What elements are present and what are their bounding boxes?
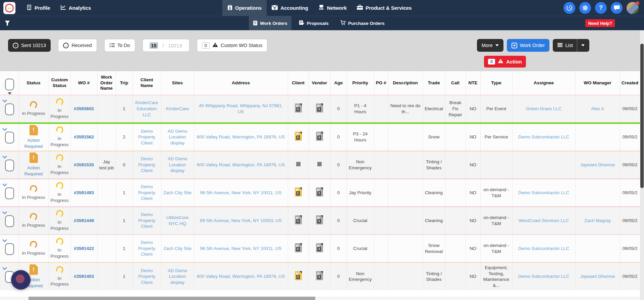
row-checkbox[interactable]: [5, 243, 14, 255]
company-logo[interactable]: LLC: [3, 2, 15, 14]
column-header-created[interactable]: Created: [620, 71, 640, 95]
column-header-address[interactable]: Address: [194, 71, 288, 95]
column-header-wo-manager[interactable]: WO Manager: [575, 71, 620, 95]
history-icon[interactable]: [564, 2, 575, 14]
row-checkbox[interactable]: [5, 103, 14, 115]
assignee-link[interactable]: Demo Subcontractor LLC: [518, 190, 569, 195]
column-header-trade[interactable]: Trade: [423, 71, 445, 95]
wo-number-link[interactable]: #3593602: [74, 106, 94, 111]
chevron-down-icon[interactable]: [581, 44, 585, 46]
assignee-link[interactable]: Demo Subcontractor LLC: [518, 134, 569, 139]
column-header-trip[interactable]: Trip: [116, 71, 132, 95]
nav-item-operations[interactable]: Operations: [222, 0, 267, 16]
address-link[interactable]: 96 5th Avenue, New York, NY 10011, US: [200, 190, 281, 195]
client-name-link[interactable]: Demo Property Client: [138, 156, 155, 173]
wo-manager-link[interactable]: Jaywant Dhomse: [580, 162, 615, 167]
expand-chevron-icon[interactable]: [2, 183, 7, 186]
filter-funnel-icon[interactable]: [5, 20, 10, 26]
address-link[interactable]: 600 Valley Road, Warrington, PA 18976, U…: [197, 134, 285, 139]
assignee-link[interactable]: Green Grass LLC: [526, 106, 561, 111]
gear-icon[interactable]: [579, 2, 591, 14]
wo-number-link[interactable]: #3591422: [74, 246, 94, 251]
client-name-link[interactable]: Demo Property Client: [138, 184, 155, 201]
assignee-link[interactable]: Demo Subcontractor LLC: [518, 274, 569, 279]
assignee-link[interactable]: WestCoast Services LLC: [519, 218, 569, 223]
column-header-description[interactable]: Description: [388, 71, 423, 95]
column-header-nte[interactable]: NTE: [466, 71, 480, 95]
client-invoice-icon[interactable]: $: [295, 215, 302, 224]
nav-item-network[interactable]: Network: [313, 0, 352, 16]
wo-manager-link[interactable]: Alex A: [591, 106, 604, 111]
client-invoice-icon[interactable]: $: [295, 187, 302, 197]
client-name-link[interactable]: KinderCare Education LLC: [135, 100, 158, 117]
vertical-scrollbar-thumb[interactable]: [640, 44, 644, 188]
row-checkbox[interactable]: [5, 132, 14, 143]
sent-filter-button[interactable]: ↑ Sent 10213: [8, 39, 51, 52]
wo-number-link[interactable]: #3591535: [74, 162, 94, 167]
vendor-invoice-icon[interactable]: $: [316, 215, 323, 224]
need-help-button[interactable]: Need Help?: [585, 19, 615, 27]
vendor-invoice-icon[interactable]: $: [316, 187, 323, 197]
column-header-status[interactable]: Status: [18, 71, 49, 95]
column-header-wo-number[interactable]: WO #: [70, 71, 97, 95]
expand-chevron-icon[interactable]: [2, 99, 7, 102]
page-count-input[interactable]: 15 / 10213: [143, 39, 190, 52]
site-link[interactable]: Zach City Site: [163, 246, 192, 251]
wo-number-link[interactable]: #3591449: [74, 218, 94, 223]
expand-chevron-icon[interactable]: [2, 267, 7, 270]
wo-number-link[interactable]: #3591493: [74, 190, 94, 195]
column-header-po-number[interactable]: PO #: [374, 71, 388, 95]
column-header-age[interactable]: Age: [330, 71, 346, 95]
assignee-link[interactable]: Demo Subcontractor LLC: [518, 246, 569, 251]
user-avatar[interactable]: [627, 2, 639, 14]
client-invoice-icon[interactable]: $: [295, 132, 302, 141]
site-link[interactable]: Zach City Site: [163, 190, 192, 195]
expand-chevron-icon[interactable]: [2, 211, 7, 214]
client-invoice-icon[interactable]: $: [295, 243, 302, 252]
chat-launcher-button[interactable]: [11, 270, 31, 290]
expand-chevron-icon[interactable]: [2, 239, 7, 242]
select-all-checkbox[interactable]: [5, 79, 14, 90]
list-view-split-button[interactable]: List: [553, 39, 589, 52]
received-filter-button[interactable]: ↓ Received: [58, 39, 97, 52]
nav-item-analytics[interactable]: Analytics: [55, 0, 96, 16]
client-name-link[interactable]: Demo Property Client: [138, 268, 155, 285]
client-name-link[interactable]: Demo Property Client: [138, 129, 155, 145]
nav-item-profile[interactable]: Profile: [21, 0, 55, 16]
site-link[interactable]: AD Demo Location display: [168, 156, 187, 173]
row-checkbox[interactable]: [5, 187, 14, 199]
page-current-value[interactable]: 15: [150, 42, 158, 49]
vendor-invoice-icon[interactable]: $: [316, 103, 323, 113]
chat-icon[interactable]: [611, 2, 623, 14]
tab-proposals[interactable]: Proposals: [295, 16, 333, 30]
help-icon[interactable]: ?: [595, 2, 607, 14]
todo-filter-button[interactable]: To Do: [104, 39, 135, 52]
vendor-invoice-icon[interactable]: $: [316, 271, 323, 280]
client-invoice-icon[interactable]: $: [295, 103, 302, 113]
column-header-priority[interactable]: Priority: [346, 71, 374, 95]
nav-item-accounting[interactable]: $ Accounting: [267, 0, 313, 16]
column-header-vendor[interactable]: Vendor: [309, 71, 330, 95]
column-header-custom-status[interactable]: Custom Status: [49, 71, 70, 95]
action-button[interactable]: 0 Action: [484, 56, 526, 68]
address-link[interactable]: 89 5th Avenue, New York, NY 10003, US: [200, 218, 282, 223]
address-link[interactable]: 600 Valley Road, Warrington, PA 18976, U…: [197, 274, 285, 279]
vertical-scrollbar[interactable]: [640, 30, 644, 300]
select-menu-caret-icon[interactable]: [8, 92, 12, 95]
site-link[interactable]: AD Demo Location display: [168, 129, 187, 145]
more-button[interactable]: More: [477, 39, 503, 52]
column-header-type[interactable]: Type: [480, 71, 512, 95]
tab-purchase-orders[interactable]: Purchase Orders: [336, 16, 389, 30]
row-checkbox[interactable]: [5, 159, 14, 171]
site-link[interactable]: AD Demo Location display: [168, 268, 187, 285]
column-header-assignee[interactable]: Assignee: [512, 71, 575, 95]
address-link[interactable]: 600 Valley Road, Warrington, PA 18976, U…: [197, 162, 285, 167]
site-link[interactable]: UtilizeCore NYC HQ: [166, 215, 189, 226]
horizontal-scrollbar[interactable]: [0, 297, 640, 300]
row-checkbox[interactable]: [5, 215, 14, 227]
new-work-order-button[interactable]: + Work Order: [507, 39, 550, 52]
column-header-sites[interactable]: Sites: [161, 71, 194, 95]
nav-item-product-services[interactable]: Product & Services: [352, 0, 417, 16]
vendor-invoice-icon[interactable]: $: [316, 243, 323, 252]
site-link[interactable]: KinderCare: [166, 106, 189, 111]
